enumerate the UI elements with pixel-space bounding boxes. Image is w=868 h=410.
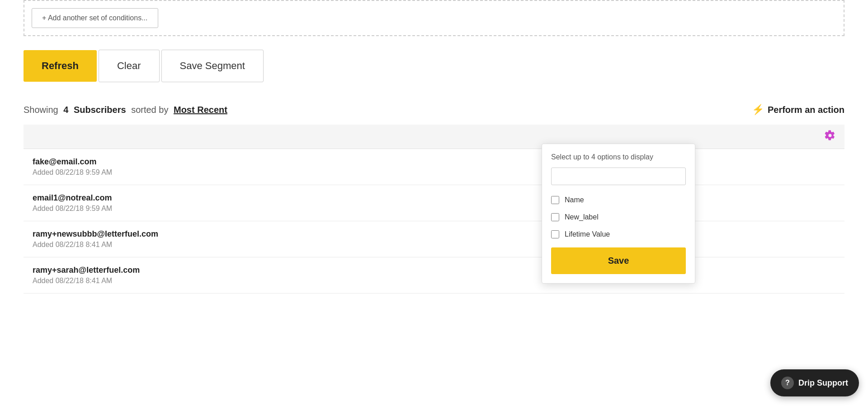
showing-prefix: Showing <box>24 105 58 115</box>
subscriber-row: ramy+sarah@letterfuel.com Added 08/22/18… <box>24 257 844 294</box>
subscriber-email[interactable]: email1@notreal.com <box>33 193 835 203</box>
table-header <box>24 125 844 149</box>
dropdown-title: Select up to 4 options to display <box>551 153 686 161</box>
clear-button[interactable]: Clear <box>99 50 160 82</box>
checkbox-new-label[interactable] <box>551 213 559 221</box>
drip-support-icon: ? <box>781 377 794 389</box>
option-name[interactable]: Name <box>551 191 686 209</box>
subscriber-added: Added 08/22/18 8:41 AM <box>33 277 835 285</box>
option-name-label: Name <box>565 196 584 204</box>
sort-link[interactable]: Most Recent <box>174 105 227 115</box>
subscriber-count: 4 <box>63 105 68 115</box>
option-lifetime-value-label: Lifetime Value <box>565 230 610 238</box>
perform-action-button[interactable]: ⚡ Perform an action <box>752 104 844 116</box>
add-conditions-button[interactable]: + Add another set of conditions... <box>32 8 158 28</box>
drip-support-label: Drip Support <box>798 378 848 388</box>
option-new-label-label: New_label <box>565 213 599 221</box>
sorted-by-prefix: sorted by <box>131 105 168 115</box>
subscriber-added: Added 08/22/18 8:41 AM <box>33 241 835 249</box>
subscriber-added: Added 08/22/18 9:59 AM <box>33 168 835 177</box>
dropdown-save-button[interactable]: Save <box>551 247 686 274</box>
drip-support-button[interactable]: ? Drip Support <box>770 369 859 396</box>
subscriber-row: email1@notreal.com Added 08/22/18 9:59 A… <box>24 185 844 221</box>
perform-action-label: Perform an action <box>768 105 844 115</box>
subscriber-row: ramy+newsubbb@letterfuel.com Added 08/22… <box>24 221 844 257</box>
column-options-panel: Select up to 4 options to display Name N… <box>542 144 695 284</box>
checkbox-name[interactable] <box>551 196 559 204</box>
lightning-icon: ⚡ <box>752 104 764 116</box>
gear-icon-button[interactable] <box>825 130 835 144</box>
subscriber-list: fake@email.com Added 08/22/18 9:59 AM em… <box>24 149 844 294</box>
checkbox-lifetime-value[interactable] <box>551 230 559 238</box>
subscriber-added: Added 08/22/18 9:59 AM <box>33 205 835 213</box>
option-lifetime-value[interactable]: Lifetime Value <box>551 226 686 243</box>
option-new-label[interactable]: New_label <box>551 209 686 226</box>
dropdown-search-input[interactable] <box>551 168 686 185</box>
subscriber-email[interactable]: ramy+newsubbb@letterfuel.com <box>33 229 835 239</box>
subscriber-email[interactable]: ramy+sarah@letterfuel.com <box>33 266 835 275</box>
subscriber-count-label: Subscribers <box>74 105 126 115</box>
save-segment-button[interactable]: Save Segment <box>161 50 264 82</box>
subscriber-email[interactable]: fake@email.com <box>33 157 835 167</box>
refresh-button[interactable]: Refresh <box>24 50 97 82</box>
subscriber-row: fake@email.com Added 08/22/18 9:59 AM <box>24 149 844 185</box>
